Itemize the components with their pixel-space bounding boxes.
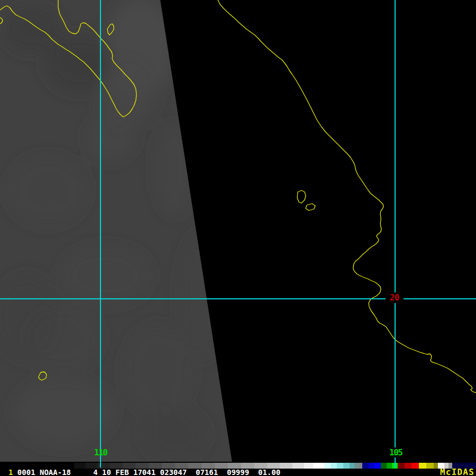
colorbar-segment [387, 463, 392, 469]
colorbar-segment [362, 463, 369, 469]
colorbar-segment [354, 463, 359, 469]
colorbar-segment [374, 463, 381, 469]
status-bar: 1 0001 NOAA-18 4 10 FEB 17041 023047 071… [0, 462, 476, 476]
colorbar-segment [359, 463, 362, 469]
colorbar-segment [419, 463, 426, 469]
mainland-mexico-coastline [218, 0, 476, 393]
colorbar-segment [343, 463, 350, 469]
colorbar-segment [411, 463, 419, 469]
colorbar-segment [313, 463, 324, 469]
colorbar-segment [292, 463, 304, 469]
colorbar-segment [381, 463, 387, 469]
colorbar-segment [324, 463, 331, 469]
status-text: 1 0001 NOAA-18 4 10 FEB 17041 023047 071… [8, 469, 280, 476]
colorbar-segment [337, 463, 343, 469]
colorbar-segment [398, 463, 405, 469]
colorbar-segment [426, 463, 434, 469]
longitude-gridline-105 [395, 0, 396, 468]
islas-marias-island-2 [306, 204, 315, 210]
longitude-label-110: 110 [94, 447, 107, 457]
colorbar-segment [350, 463, 354, 469]
colorbar-segment [405, 463, 411, 469]
colorbar-segment [304, 463, 313, 469]
latitude-label-20: 20 [386, 292, 404, 303]
longitude-gridline-110 [100, 0, 101, 468]
latitude-gridline-20 [0, 298, 476, 299]
colorbar-segment [280, 463, 292, 469]
colorbar-segment [434, 463, 438, 469]
image-info-text: 0001 NOAA-18 4 10 FEB 17041 023047 07161… [13, 468, 280, 476]
mcidas-brand-label: McIDAS [440, 469, 474, 476]
longitude-label-105: 105 [388, 447, 403, 457]
satellite-image-display[interactable] [0, 0, 476, 463]
colorbar-segment [369, 463, 374, 469]
colorbar-segment [331, 463, 337, 469]
islas-marias-island-1 [297, 190, 306, 203]
mcidas-image-window: 110 105 20 1 0001 NOAA-18 4 10 FEB 17041… [0, 0, 476, 476]
